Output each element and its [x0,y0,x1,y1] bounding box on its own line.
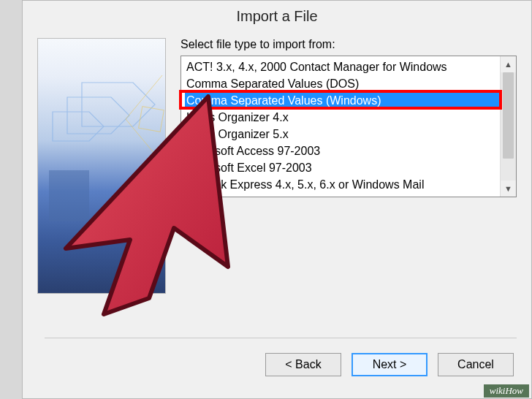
next-button[interactable]: Next > [352,353,428,376]
back-button[interactable]: < Back [265,353,341,376]
cancel-button[interactable]: Cancel [438,353,514,376]
dialog-button-row: < Back Next > Cancel [265,353,514,376]
list-item[interactable]: ACT! 3.x, 4.x, 2000 Contact Manager for … [185,58,500,75]
scroll-track[interactable] [501,72,516,180]
wizard-decorative-image [37,38,166,294]
import-file-dialog: Import a File Select file type to import… [22,0,532,399]
scroll-up-icon[interactable]: ▲ [501,56,517,72]
prompt-label: Select file type to import from: [180,38,517,51]
list-item[interactable]: Lotus Organizer 5.x [185,126,500,142]
svg-rect-0 [139,107,164,132]
list-item[interactable]: Comma Separated Values (Windows) [185,92,500,109]
list-item[interactable]: Outlook Express 4.x, 5.x, 6.x or Windows… [185,176,500,193]
scroll-thumb[interactable] [503,72,514,159]
file-type-pane: Select file type to import from: ACT! 3.… [180,38,517,294]
scroll-down-icon[interactable]: ▼ [501,180,517,197]
dialog-content: Select file type to import from: ACT! 3.… [23,38,531,294]
list-item[interactable]: Lotus Organizer 4.x [185,109,500,126]
svg-rect-1 [49,170,89,221]
dialog-title: Import a File [23,1,531,38]
file-type-listbox[interactable]: ACT! 3.x, 4.x, 2000 Contact Manager for … [180,56,517,197]
separator-line [45,338,517,338]
watermark: wikiHow [484,384,529,398]
list-item[interactable]: Microsoft Excel 97-2003 [185,159,500,176]
listbox-scrollbar[interactable]: ▲ ▼ [500,56,516,197]
list-item[interactable]: Microsoft Access 97-2003 [185,142,500,159]
list-item[interactable]: Comma Separated Values (DOS) [185,75,500,92]
